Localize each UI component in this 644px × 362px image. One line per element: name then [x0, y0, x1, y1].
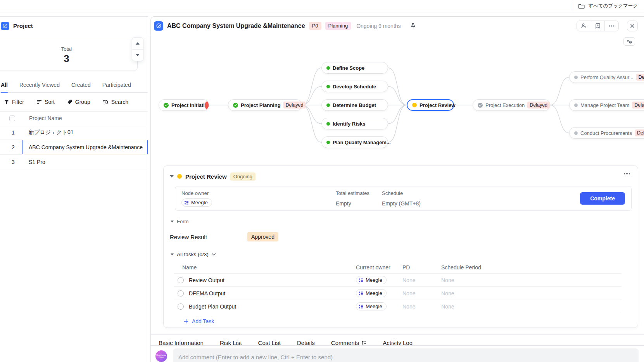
- review-result-row: Review Result Approved: [170, 232, 632, 241]
- all-tasks-header[interactable]: All tasks (0/3): [171, 252, 632, 257]
- tab-comments[interactable]: Comments: [331, 340, 367, 345]
- detail-bottom-tabs: Basic Information Risk List Cost List De…: [151, 334, 644, 346]
- total-estimates-value[interactable]: Empty: [336, 200, 382, 207]
- sidebar-title: Project: [13, 22, 33, 29]
- column-current-owner: Current owner: [356, 264, 402, 271]
- node-owner-chip[interactable]: Meegle: [181, 198, 212, 207]
- node-project-execution[interactable]: Project Execution Delayed: [473, 99, 550, 111]
- add-task-button[interactable]: Add Task: [184, 318, 632, 324]
- project-table-header: Project Name: [0, 111, 148, 125]
- node-identify-risks[interactable]: Identify Risks: [321, 118, 388, 129]
- task-period[interactable]: None: [441, 303, 622, 310]
- approved-badge[interactable]: Approved: [247, 232, 278, 241]
- task-pd[interactable]: None: [402, 290, 441, 296]
- task-checkbox[interactable]: [178, 303, 184, 310]
- task-owner-chip[interactable]: Meegle: [356, 289, 387, 297]
- node-determine-budget[interactable]: Determine Budget: [321, 99, 388, 111]
- task-row[interactable]: Review Output Meegle None None: [174, 274, 622, 287]
- column-name: Name: [174, 264, 356, 271]
- task-owner-chip[interactable]: Meegle: [356, 276, 387, 284]
- project-app-icon: [1, 22, 9, 30]
- task-owner-name: Meegle: [366, 303, 382, 309]
- filter-button[interactable]: Filter: [4, 99, 24, 105]
- node-develop-schedule[interactable]: Develop Schedule: [321, 81, 388, 92]
- node-label: Conduct Procurements: [580, 130, 632, 136]
- delayed-badge: Delayed: [632, 102, 644, 109]
- project-filter-tabs: All Recently Viewed Created Participated: [0, 77, 148, 93]
- form-section-header[interactable]: Form: [171, 219, 632, 224]
- table-row-selected[interactable]: 2 ABC Company System Upgrade &Maintenanc…: [0, 140, 148, 155]
- comment-input[interactable]: [173, 348, 639, 362]
- task-period[interactable]: None: [441, 290, 622, 296]
- tab-created[interactable]: Created: [71, 77, 91, 92]
- up-arrow-icon: [136, 42, 140, 45]
- table-row[interactable]: 3 S1 Pro: [0, 155, 148, 169]
- collapse-arrow-icon[interactable]: [170, 175, 174, 178]
- schedule-value[interactable]: Empty (GMT+8): [382, 200, 580, 207]
- group-button[interactable]: Group: [67, 99, 90, 105]
- task-owner-chip[interactable]: Meegle: [356, 302, 387, 310]
- schedule-label: Schedule: [382, 190, 580, 196]
- task-name[interactable]: Budget Plan Output: [189, 303, 236, 310]
- table-row[interactable]: 1 新プロジェクト01: [0, 125, 148, 140]
- sort-button[interactable]: Sort: [36, 99, 55, 105]
- view-settings-button[interactable]: [623, 37, 635, 46]
- tab-details[interactable]: Details: [297, 340, 315, 345]
- meegle-logo-icon: [184, 200, 189, 205]
- plus-icon: [184, 319, 188, 324]
- node-define-scope[interactable]: Define Scope: [321, 62, 388, 74]
- project-detail-panel: ABC Company System Upgrade &Maintenance …: [150, 16, 644, 362]
- tab-risk-list[interactable]: Risk List: [220, 340, 242, 345]
- status-dot-icon: [574, 76, 578, 79]
- tab-recently-viewed[interactable]: Recently Viewed: [19, 77, 60, 92]
- tab-all[interactable]: All: [1, 77, 8, 92]
- tab-basic-information[interactable]: Basic Information: [159, 340, 204, 345]
- status-dot-icon: [326, 85, 330, 88]
- node-conduct-procurements[interactable]: Conduct Procurements Delayed: [569, 127, 644, 139]
- card-more-button[interactable]: [624, 173, 630, 174]
- tab-cost-list[interactable]: Cost List: [258, 340, 281, 345]
- pager-down-button[interactable]: [132, 50, 143, 61]
- pager-up-button[interactable]: [132, 38, 143, 50]
- bookmarks-label[interactable]: すべてのブックマーク: [588, 3, 638, 9]
- node-label: Project Review: [420, 102, 456, 108]
- delayed-badge: Delayed: [527, 102, 550, 109]
- sort-icon: [36, 100, 42, 104]
- task-checkbox[interactable]: [178, 277, 184, 283]
- project-name[interactable]: ABC Company System Upgrade &Maintenance: [29, 144, 148, 150]
- task-pd[interactable]: None: [402, 277, 441, 283]
- workflow-connectors: [151, 17, 644, 183]
- card-title-row: Project Review Ongoing: [170, 171, 632, 181]
- task-name[interactable]: DFEMA Output: [189, 290, 225, 296]
- bookmarks-separator: [571, 3, 571, 10]
- node-project-review[interactable]: Project Review: [407, 99, 454, 111]
- complete-button[interactable]: Complete: [580, 192, 625, 205]
- form-label: Form: [177, 219, 188, 224]
- node-project-initiation[interactable]: Project Initiation: [159, 99, 209, 111]
- node-label: Develop Schedule: [333, 84, 376, 90]
- task-period[interactable]: None: [441, 277, 622, 283]
- total-summary-card: Total 3: [0, 40, 138, 71]
- project-name[interactable]: 新プロジェクト01: [29, 129, 148, 136]
- project-name[interactable]: S1 Pro: [29, 159, 148, 165]
- node-manage-project-team[interactable]: Manage Project Team Delayed: [569, 99, 644, 111]
- node-project-planning[interactable]: Project Planning Delayed: [228, 99, 302, 111]
- node-label: Perform Quality Assur...: [580, 74, 634, 80]
- column-schedule-period: Schedule Period: [441, 264, 622, 271]
- node-perform-quality-assurance[interactable]: Perform Quality Assur... Delayed: [569, 71, 644, 83]
- task-row[interactable]: DFEMA Output Meegle None None: [174, 287, 622, 300]
- filter-icon: [4, 99, 9, 105]
- node-owner-name: Meegle: [191, 200, 208, 205]
- select-all-checkbox[interactable]: [9, 115, 15, 121]
- tab-participated[interactable]: Participated: [102, 77, 131, 92]
- task-row[interactable]: Budget Plan Output Meegle None None: [174, 300, 622, 313]
- delayed-badge: Delayed: [636, 74, 644, 81]
- user-avatar[interactable]: Experience Officer: [155, 350, 167, 362]
- search-button[interactable]: Search: [103, 99, 128, 105]
- task-pd[interactable]: None: [402, 303, 441, 310]
- task-checkbox[interactable]: [178, 290, 184, 296]
- sort-label: Sort: [45, 99, 55, 105]
- tab-activity-log[interactable]: Activity Log: [383, 340, 413, 345]
- task-name[interactable]: Review Output: [189, 277, 224, 283]
- node-plan-quality[interactable]: Plan Quality Managem...: [321, 136, 388, 148]
